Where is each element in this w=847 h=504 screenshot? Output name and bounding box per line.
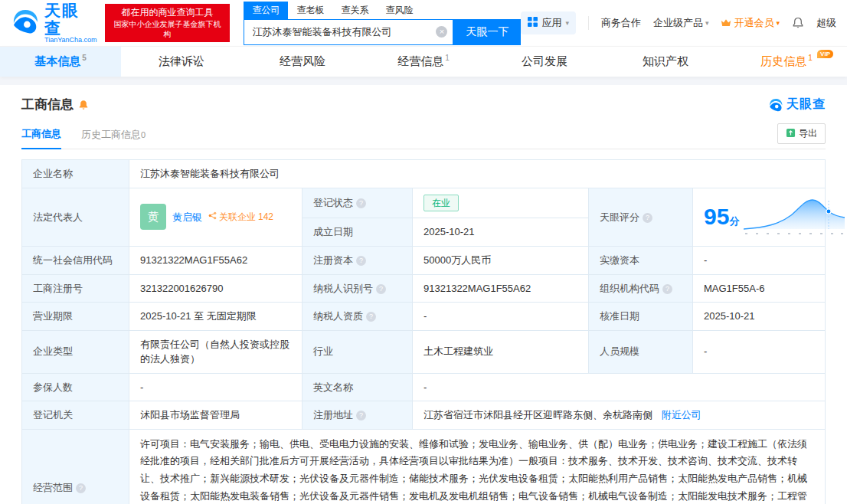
tianyancha-logo-icon [11,7,40,39]
tab-label: 经营信息 [397,54,443,69]
search-button[interactable]: 天眼一下 [453,19,521,45]
export-label: 导出 [799,127,817,140]
field-value-business-term: 2025-10-21 至 无固定期限 [129,303,302,331]
help-icon[interactable]: ? [356,256,366,266]
field-label-taxpayer-quality: 纳税人资质? [302,303,413,331]
slogan-line1: 都在用的商业查询工具 [110,6,225,18]
apps-menu[interactable]: 应用 ▾ [521,11,576,34]
legal-rep-name-link[interactable]: 黄启银 [172,210,202,225]
section-watermark-logo: 天眼查 [768,97,826,113]
brand-slogan: 都在用的商业查询工具 国家中小企业发展子基金旗下机构 [105,4,231,41]
field-value-taxpayer-id: 91321322MAG1F55A62 [413,274,589,303]
table-row: 参保人数 - 英文名称 - [22,373,826,401]
divider [588,16,589,30]
table-row: 企业名称 江苏沐泰智能装备科技有限公司 [22,160,826,188]
tab-label: 经营风险 [280,54,325,69]
field-label-business-scope: 经营范围? [22,429,129,504]
field-value-reg-capital: 50000万人民币 [413,247,589,275]
clear-search-icon[interactable]: × [436,26,447,38]
notification-bell-icon[interactable] [792,17,804,29]
search-tab-boss[interactable]: 查老板 [288,2,332,19]
export-button[interactable]: 导出 [777,123,826,144]
apps-menu-label: 应用 [541,16,561,30]
help-icon[interactable]: ? [376,284,386,294]
related-companies-count: 142 [258,210,273,224]
subtab-history-business-info[interactable]: 历史工商信息0 [81,128,146,149]
menu-open-vip[interactable]: 开通会员 ▾ [721,16,780,30]
field-label-legal-rep: 法定代表人 [22,188,129,247]
field-value-reg-address: 江苏省宿迁市沭阳县经开区迎晖路东侧、余杭路南侧 附近公司 [413,401,826,430]
score-chart [744,195,845,241]
field-value-taxpayer-quality: - [413,303,589,331]
search-tab-company[interactable]: 查公司 [244,2,288,19]
field-label-establish-date: 成立日期 [302,218,413,247]
help-icon[interactable]: ? [643,213,652,223]
subtab-count: 0 [141,130,146,139]
tab-count: 1 [808,54,813,62]
user-account[interactable]: 超级 [816,16,836,30]
field-label-taxpayer-id: 纳税人识别号? [302,274,413,303]
search-tab-risk[interactable]: 查风险 [377,2,421,19]
brand-name: 天眼查 [44,2,97,37]
tab-label: 法律诉讼 [159,54,204,69]
field-value-staff-size: - [693,330,826,373]
tab-basic-info[interactable]: 基本信息5 [0,47,121,77]
field-value-business-scope: 许可项目：电气安装服务；输电、供电、受电电力设施的安装、维修和试验；发电业务、输… [129,429,826,504]
related-companies-icon [208,210,217,224]
field-label-insured-count: 参保人数 [22,373,129,401]
field-value-approve-date: 2025-10-21 [693,303,826,331]
field-label-company-type: 企业类型 [22,330,129,373]
field-label-tyc-score: 天眼评分? [589,188,693,247]
tianyancha-logo[interactable]: 天眼查 TianYanCha.com [11,2,97,44]
table-row: 经营范围? 许可项目：电气安装服务；输电、供电、受电电力设施的安装、维修和试验；… [22,429,826,504]
legal-rep-avatar[interactable]: 黄 [140,204,166,230]
field-label-credit-code: 统一社会信用代码 [22,247,129,275]
crown-icon [721,18,731,29]
help-icon[interactable]: ? [662,284,672,294]
subscribe-bell-icon[interactable] [78,100,89,110]
score-unit: 分 [729,215,739,227]
tab-operation-risk[interactable]: 经营风险 [242,47,363,77]
related-companies-tag[interactable]: 关联企业 142 [208,210,273,224]
tab-intellectual-property[interactable]: 知识产权 [605,47,726,77]
search-tabs: 查公司 查老板 查关系 查风险 [244,2,521,19]
field-value-industry: 土木工程建筑业 [413,330,589,373]
field-value-reg-status: 在业 [413,188,589,218]
header-menu: 应用 ▾ 商务合作 企业级产品 ▾ 开通会员 ▾ 超级 [521,11,836,34]
tab-company-development[interactable]: 公司发展 [484,47,605,77]
search-tab-relation[interactable]: 查关系 [332,2,377,19]
tab-count: 1 [445,54,450,62]
field-value-reg-no: 321322001626790 [129,274,302,303]
menu-business-cooperation[interactable]: 商务合作 [601,16,641,30]
tab-label: 历史信息 [760,54,806,69]
field-value-tyc-score: 95分 [693,188,826,247]
address-text: 江苏省宿迁市沭阳县经开区迎晖路东侧、余杭路南侧 [424,409,652,421]
help-icon[interactable]: ? [356,198,366,208]
menu-vip-label: 开通会员 [734,16,773,30]
score-number: 95 [704,204,729,229]
subtab-business-info[interactable]: 工商信息 [21,127,61,149]
tab-operation-info[interactable]: 经营信息1 [363,47,484,77]
help-icon[interactable]: ? [76,483,86,493]
table-row: 登记机关 沭阳县市场监督管理局 注册地址? 江苏省宿迁市沭阳县经开区迎晖路东侧、… [22,401,826,430]
table-row: 统一社会信用代码 91321322MAG1F55A62 注册资本? 50000万… [22,247,826,275]
field-label-staff-size: 人员规模 [589,330,693,373]
field-label-company-name: 企业名称 [22,160,129,188]
field-label-paid-capital: 实缴资本 [589,247,693,275]
help-icon[interactable]: ? [356,411,366,421]
field-value-credit-code: 91321322MAG1F55A62 [129,247,302,275]
table-row: 营业期限 2025-10-21 至 无固定期限 纳税人资质? - 核准日期 20… [22,303,826,331]
field-label-reg-capital: 注册资本? [302,247,413,275]
menu-enterprise-products[interactable]: 企业级产品 ▾ [653,16,709,30]
vip-badge: VIP [817,50,833,58]
tab-legal-litigation[interactable]: 法律诉讼 [121,47,242,77]
business-info-card: 工商信息 天眼查 工商信息 历史工商信息0 导出 企业名称 江苏沐泰智能装备科技… [0,85,847,504]
tab-history-info[interactable]: 历史信息1 VIP [726,47,847,77]
field-label-industry: 行业 [302,330,413,373]
related-companies-label: 关联企业 [219,210,256,224]
search-input[interactable] [252,26,433,38]
field-value-paid-capital: - [693,247,826,275]
help-icon[interactable]: ? [366,312,376,322]
field-label-english-name: 英文名称 [302,373,413,401]
nearby-companies-link[interactable]: 附近公司 [662,409,701,421]
